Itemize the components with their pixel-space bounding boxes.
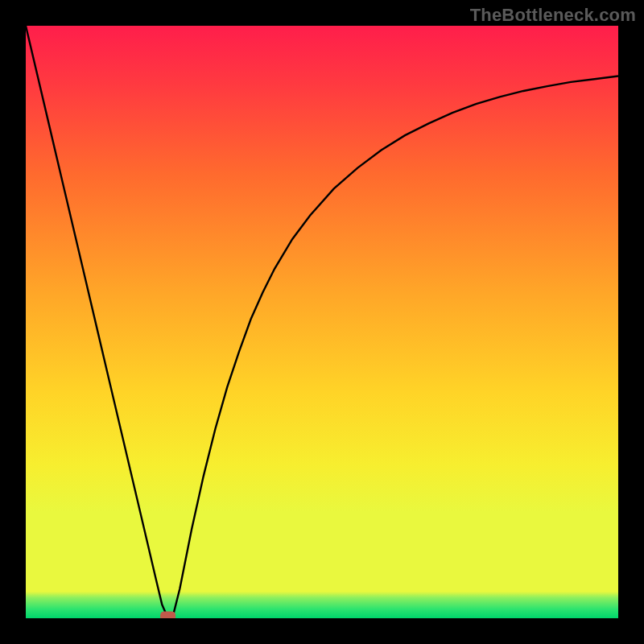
plot-area — [26, 26, 618, 618]
optimal-marker — [161, 612, 175, 618]
bottleneck-chart — [26, 26, 618, 618]
chart-frame: TheBottleneck.com — [0, 0, 644, 644]
gradient-background — [26, 26, 618, 618]
watermark-text: TheBottleneck.com — [470, 5, 636, 26]
